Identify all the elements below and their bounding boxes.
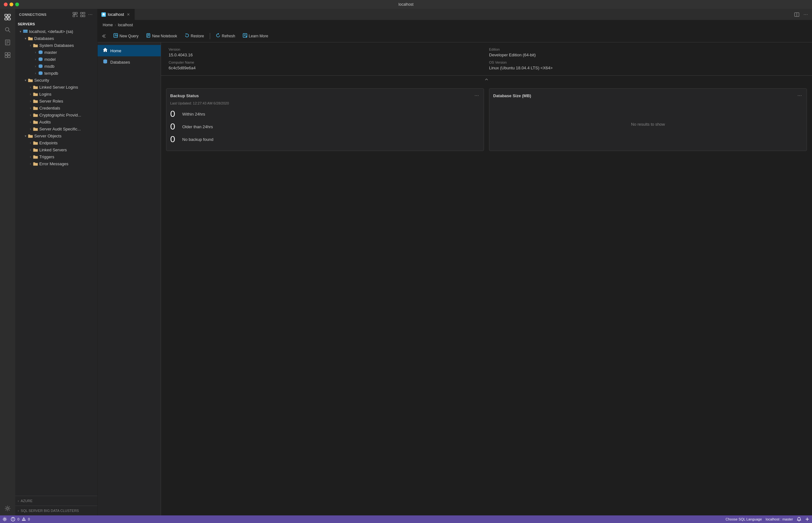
tempdb-item[interactable]: › tempdb — [15, 70, 97, 77]
group-servers-icon[interactable] — [80, 12, 86, 18]
window-controls[interactable] — [4, 2, 19, 6]
msdb-item[interactable]: › msdb — [15, 63, 97, 70]
endpoints-label: Endpoints — [39, 141, 58, 145]
linked-server-logins-item[interactable]: › Linked Server Logins — [15, 84, 97, 91]
azure-item[interactable]: › AZURE — [15, 497, 97, 504]
version-group: Version 15.0.4043.16 Computer Name 6c4c5… — [169, 48, 484, 70]
svg-rect-15 — [5, 55, 7, 58]
notifications-status-item[interactable]: 0 0 — [11, 517, 30, 521]
crypto-providers-item[interactable]: › Cryptographic Provid... — [15, 111, 97, 119]
databases-nav-item[interactable]: Databases — [98, 56, 161, 68]
connections-icon[interactable] — [2, 12, 13, 23]
new-notebook-button[interactable]: New Notebook — [143, 32, 180, 40]
model-chevron: › — [33, 57, 38, 62]
system-databases-item[interactable]: › System Databases — [15, 42, 97, 49]
warning-count: 0 — [28, 517, 30, 521]
settings-status-item[interactable] — [2, 517, 7, 521]
server-audit-icon — [33, 126, 38, 131]
more-actions-tab-button[interactable]: ⋯ — [802, 11, 810, 18]
model-item[interactable]: › model — [15, 56, 97, 63]
linked-server-logins-label: Linked Server Logins — [39, 85, 78, 90]
audits-item[interactable]: › Audits — [15, 119, 97, 125]
databases-nav-icon — [103, 59, 108, 65]
home-nav-item[interactable]: Home — [98, 45, 161, 56]
server-audit-label: Server Audit Specific... — [39, 127, 81, 131]
databases-label: Databases — [34, 36, 54, 41]
breadcrumb-home[interactable]: Home — [103, 23, 113, 27]
backup-stat-older24: 0 Older than 24hrs — [170, 122, 480, 132]
learn-more-icon — [243, 33, 247, 39]
learn-more-button[interactable]: Learn More — [240, 32, 271, 40]
linked-servers-item[interactable]: › Linked Servers — [15, 146, 97, 153]
refresh-button[interactable]: Refresh — [213, 32, 238, 40]
bell-status-item[interactable] — [797, 517, 801, 521]
svg-point-17 — [7, 507, 8, 509]
error-messages-item[interactable]: › Error Messages — [15, 160, 97, 167]
endpoints-item[interactable]: › Endpoints — [15, 139, 97, 146]
settings-icon[interactable] — [2, 504, 13, 516]
breadcrumb: Home › localhost — [98, 20, 812, 30]
tab-icon — [101, 12, 106, 17]
main-panel: Version 15.0.4043.16 Computer Name 6c4c5… — [161, 42, 812, 516]
server-item[interactable]: ▾ localhost, <default> (sa) — [15, 28, 97, 35]
backup-within24-label: Within 24hrs — [182, 112, 205, 116]
more-actions-icon[interactable]: ⋯ — [87, 12, 93, 18]
error-count: 0 — [17, 517, 19, 521]
triggers-item[interactable]: › Triggers — [15, 153, 97, 160]
collapse-info-button[interactable] — [161, 76, 812, 83]
big-data-item[interactable]: › SQL SERVER BIG DATA CLUSTERS — [15, 507, 97, 514]
version-value: 15.0.4043.16 — [169, 53, 484, 57]
msdb-chevron: › — [33, 64, 38, 69]
breadcrumb-localhost[interactable]: localhost — [118, 23, 133, 27]
new-notebook-label: New Notebook — [152, 34, 177, 38]
security-folder-icon — [28, 77, 33, 83]
extensions-icon[interactable] — [2, 49, 13, 61]
master-item[interactable]: › master — [15, 49, 97, 56]
maximize-dot[interactable] — [15, 2, 19, 6]
backup-status-title: Backup Status — [170, 93, 199, 98]
linked-servers-label: Linked Servers — [39, 147, 67, 152]
server-audit-item[interactable]: › Server Audit Specific... — [15, 125, 97, 132]
credentials-item[interactable]: › Credentials — [15, 105, 97, 111]
split-editor-button[interactable] — [793, 11, 800, 18]
master-icon — [38, 50, 43, 55]
svg-point-32 — [27, 30, 27, 31]
new-query-button[interactable]: New Query — [110, 32, 142, 40]
svg-point-57 — [13, 518, 13, 518]
server-label: localhost, <default> (sa) — [29, 29, 73, 34]
server-roles-item[interactable]: › Server Roles — [15, 97, 97, 105]
restore-button[interactable]: Restore — [182, 32, 207, 40]
backup-older24-label: Older than 24hrs — [182, 124, 213, 129]
server-roles-icon — [33, 98, 38, 104]
databases-item[interactable]: ▾ Databases — [15, 35, 97, 42]
server-objects-chevron: ▾ — [23, 133, 28, 138]
model-label: model — [45, 57, 55, 62]
language-status-item[interactable]: Choose SQL Language — [725, 517, 762, 521]
security-item[interactable]: ▾ Security — [15, 77, 97, 84]
big-data-label: SQL SERVER BIG DATA CLUSTERS — [21, 509, 79, 512]
edition-value: Developer Edition (64-bit) — [489, 53, 805, 57]
new-connection-icon[interactable] — [72, 12, 78, 18]
minimize-dot[interactable] — [10, 2, 13, 6]
endpoints-icon — [33, 140, 38, 145]
notebook-icon[interactable] — [2, 37, 13, 48]
search-icon[interactable] — [2, 24, 13, 35]
localhost-tab[interactable]: localhost ✕ — [98, 9, 135, 20]
backup-stat-none: 0 No backup found — [170, 134, 480, 144]
svg-rect-27 — [83, 12, 85, 14]
add-status-item[interactable] — [805, 517, 810, 521]
backup-status-menu-button[interactable]: ⋯ — [473, 92, 480, 99]
sidebar-header-actions: ⋯ — [72, 12, 93, 18]
database-size-title: Database Size (MB) — [493, 93, 531, 98]
new-query-icon — [114, 33, 118, 39]
server-objects-item[interactable]: ▾ Server Objects — [15, 132, 97, 139]
connection-status-item[interactable]: localhost : master — [766, 517, 793, 521]
backup-older24-number: 0 — [170, 122, 180, 132]
collapse-sidebar-button[interactable] — [100, 32, 109, 40]
database-size-menu-button[interactable]: ⋯ — [796, 92, 803, 99]
svg-rect-26 — [81, 12, 82, 14]
logins-item[interactable]: › Logins — [15, 91, 97, 97]
svg-rect-29 — [83, 15, 85, 17]
close-dot[interactable] — [4, 2, 7, 6]
tab-close-button[interactable]: ✕ — [126, 12, 131, 17]
